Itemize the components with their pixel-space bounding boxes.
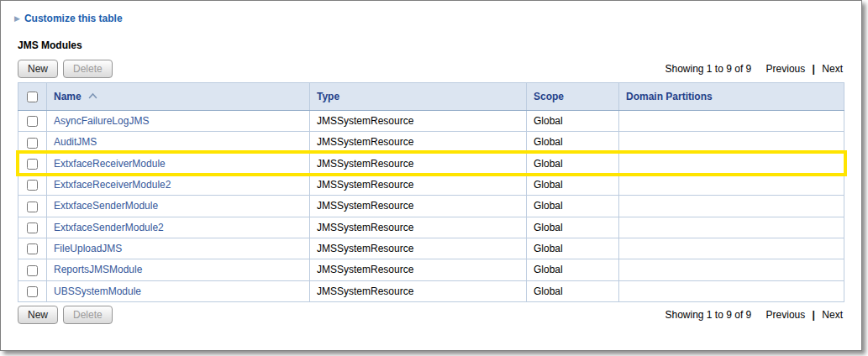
- delete-button[interactable]: Delete: [63, 306, 113, 324]
- module-domain-partitions-cell: [619, 238, 844, 259]
- module-domain-partitions-cell: [619, 153, 844, 174]
- module-type-cell: JMSSystemResource: [310, 132, 527, 153]
- module-name-cell: ReportsJMSModule: [47, 259, 310, 280]
- row-checkbox-cell: [18, 174, 47, 195]
- module-type-cell: JMSSystemResource: [310, 259, 527, 280]
- module-type-cell: JMSSystemResource: [310, 217, 527, 238]
- next-button[interactable]: Next: [822, 309, 843, 321]
- domain-partitions-column-label[interactable]: Domain Partitions: [626, 91, 713, 102]
- select-all-header-cell: [18, 83, 47, 111]
- table-row: UBSSystemModule JMSSystemResource Global: [18, 280, 844, 301]
- sort-ascending-icon[interactable]: [88, 92, 97, 99]
- module-name-link[interactable]: FileUploadJMS: [54, 243, 122, 254]
- row-checkbox[interactable]: [27, 116, 38, 127]
- module-domain-partitions-cell: [619, 174, 844, 195]
- row-checkbox-cell: [18, 238, 47, 259]
- module-scope-cell: Global: [527, 238, 619, 259]
- table-body: AsyncFailureLogJMS JMSSystemResource Glo…: [18, 111, 844, 302]
- module-name-link[interactable]: ExtxfaceSenderModule: [54, 200, 158, 212]
- module-name-cell: ExtxfaceSenderModule: [47, 196, 310, 217]
- scope-column-header[interactable]: Scope: [527, 83, 619, 111]
- module-scope-cell: Global: [527, 153, 619, 174]
- module-scope-cell: Global: [527, 111, 619, 132]
- paging-links: Previous | Next: [766, 309, 843, 321]
- module-name-link[interactable]: AsyncFailureLogJMS: [54, 115, 149, 127]
- next-button[interactable]: Next: [822, 63, 843, 75]
- module-name-link[interactable]: ExtxfaceReceiverModule: [54, 158, 166, 170]
- row-checkbox[interactable]: [27, 286, 38, 297]
- module-name-link[interactable]: ReportsJMSModule: [54, 264, 142, 275]
- row-checkbox-cell: [18, 217, 47, 238]
- module-name-cell: ExtxfaceSenderModule2: [47, 217, 310, 238]
- customize-row: ▶ Customize this table: [14, 13, 846, 24]
- module-scope-cell: Global: [527, 259, 619, 280]
- module-name-cell: AuditJMS: [47, 132, 310, 153]
- button-group-top: New Delete: [18, 60, 113, 78]
- delete-button[interactable]: Delete: [63, 60, 113, 78]
- module-scope-cell: Global: [527, 217, 619, 238]
- module-name-cell: FileUploadJMS: [47, 238, 310, 259]
- row-checkbox[interactable]: [27, 265, 38, 276]
- scope-column-label[interactable]: Scope: [534, 91, 564, 102]
- console-panel: ▶ Customize this table JMS Modules New D…: [0, 0, 862, 351]
- select-all-checkbox[interactable]: [27, 92, 38, 102]
- module-domain-partitions-cell: [619, 217, 844, 238]
- row-checkbox-cell: [18, 111, 47, 132]
- table-row: ExtxfaceSenderModule JMSSystemResource G…: [18, 196, 844, 217]
- row-checkbox-cell: [18, 280, 47, 301]
- row-checkbox[interactable]: [27, 159, 38, 170]
- row-checkbox-cell: [18, 196, 47, 217]
- toolbar-bottom: New Delete Showing 1 to 9 of 9 Previous …: [18, 302, 844, 328]
- section-title: JMS Modules: [18, 39, 846, 51]
- row-checkbox-cell: [18, 132, 47, 153]
- module-name-link[interactable]: ExtxfaceSenderModule2: [54, 222, 164, 233]
- button-group-bottom: New Delete: [18, 306, 113, 324]
- paging-status: Showing 1 to 9 of 9: [665, 63, 751, 75]
- table-row: ReportsJMSModule JMSSystemResource Globa…: [18, 259, 844, 280]
- module-name-link[interactable]: AuditJMS: [54, 136, 97, 148]
- domain-partitions-column-header[interactable]: Domain Partitions: [619, 83, 844, 111]
- expand-arrow-icon[interactable]: ▶: [14, 15, 20, 23]
- module-domain-partitions-cell: [619, 259, 844, 280]
- previous-button[interactable]: Previous: [766, 309, 806, 321]
- module-name-cell: ExtxfaceReceiverModule: [47, 153, 310, 174]
- type-column-label[interactable]: Type: [317, 91, 339, 102]
- row-checkbox[interactable]: [27, 202, 38, 212]
- row-checkbox[interactable]: [27, 243, 38, 254]
- paging-bottom: Showing 1 to 9 of 9 Previous | Next: [665, 309, 844, 321]
- module-type-cell: JMSSystemResource: [310, 174, 527, 195]
- paging-separator: |: [813, 309, 815, 321]
- module-scope-cell: Global: [527, 174, 619, 195]
- module-name-link[interactable]: ExtxfaceReceiverModule2: [54, 179, 171, 191]
- row-checkbox[interactable]: [27, 222, 38, 233]
- table-row: FileUploadJMS JMSSystemResource Global: [18, 238, 844, 259]
- jms-modules-table: Name Type Scope Domain Partitions: [18, 82, 844, 302]
- module-domain-partitions-cell: [619, 132, 844, 153]
- module-type-cell: JMSSystemResource: [310, 196, 527, 217]
- module-scope-cell: Global: [527, 132, 619, 153]
- module-type-cell: JMSSystemResource: [310, 238, 527, 259]
- previous-button[interactable]: Previous: [766, 63, 806, 75]
- name-column-header[interactable]: Name: [47, 83, 310, 111]
- new-button[interactable]: New: [18, 306, 58, 324]
- paging-links: Previous | Next: [766, 63, 843, 75]
- new-button[interactable]: New: [18, 60, 58, 78]
- customize-table-link[interactable]: Customize this table: [24, 13, 123, 24]
- table-row: ExtxfaceSenderModule2 JMSSystemResource …: [18, 217, 844, 238]
- module-domain-partitions-cell: [619, 196, 844, 217]
- name-column-label[interactable]: Name: [54, 91, 82, 102]
- paging-separator: |: [813, 63, 815, 75]
- module-name-cell: ExtxfaceReceiverModule2: [47, 174, 310, 195]
- module-type-cell: JMSSystemResource: [310, 153, 527, 174]
- row-checkbox[interactable]: [27, 180, 38, 191]
- row-checkbox[interactable]: [27, 138, 38, 149]
- module-domain-partitions-cell: [619, 280, 844, 301]
- module-scope-cell: Global: [527, 280, 619, 301]
- row-checkbox-cell: [18, 259, 47, 280]
- table-row: AsyncFailureLogJMS JMSSystemResource Glo…: [18, 111, 844, 132]
- module-type-cell: JMSSystemResource: [310, 280, 527, 301]
- toolbar-top: New Delete Showing 1 to 9 of 9 Previous …: [18, 56, 844, 82]
- module-name-link[interactable]: UBSSystemModule: [54, 285, 141, 297]
- table-header-row: Name Type Scope Domain Partitions: [18, 83, 844, 111]
- type-column-header[interactable]: Type: [310, 83, 527, 111]
